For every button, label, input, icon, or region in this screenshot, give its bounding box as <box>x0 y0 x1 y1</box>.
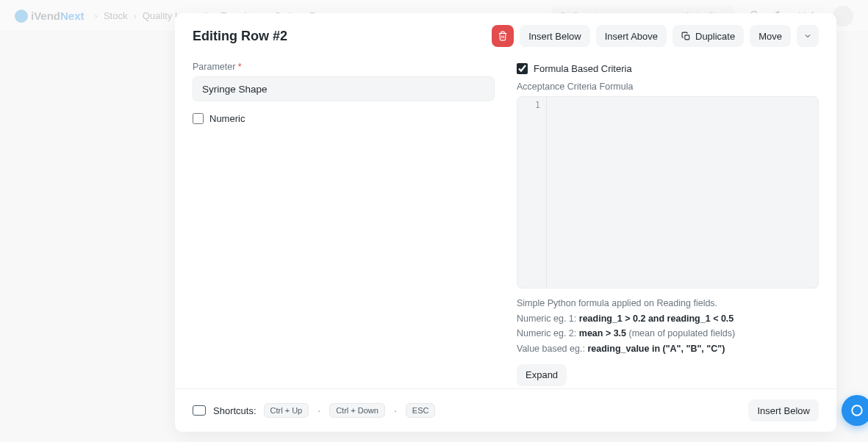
code-line-number: 1 <box>523 100 540 110</box>
modal-body: Parameter * Numeric Formula Based Criter… <box>175 59 836 388</box>
breadcrumb-item[interactable]: Stock <box>104 10 128 21</box>
kbd-ctrl-down: Ctrl + Down <box>329 403 385 418</box>
logo-icon <box>15 10 28 23</box>
help-line-4: Value based eg.: reading_value in ("A", … <box>517 341 819 357</box>
duplicate-button[interactable]: Duplicate <box>672 25 744 47</box>
acceptance-formula-editor[interactable]: 1 <box>517 96 819 289</box>
more-actions-button[interactable] <box>797 25 819 47</box>
chevron-right-icon: › <box>133 10 136 21</box>
insert-below-button[interactable]: Insert Below <box>520 25 590 47</box>
modal-title: Editing Row #2 <box>193 29 486 44</box>
logo-text-1: iVend <box>31 10 60 22</box>
help-line-1: Simple Python formula applied on Reading… <box>517 296 819 311</box>
copy-icon <box>681 32 691 41</box>
edit-row-modal: Editing Row #2 Insert Below Insert Above… <box>175 13 836 432</box>
parameter-input[interactable] <box>193 76 495 101</box>
dot-separator: · <box>392 405 398 416</box>
formula-based-label: Formula Based Criteria <box>534 63 632 74</box>
keyboard-icon <box>193 405 206 416</box>
move-button[interactable]: Move <box>750 25 791 47</box>
footer-insert-below-button[interactable]: Insert Below <box>748 399 819 421</box>
left-column: Parameter * Numeric <box>193 62 495 383</box>
modal-header: Editing Row #2 Insert Below Insert Above… <box>175 13 836 59</box>
svg-rect-2 <box>685 35 689 39</box>
right-column: Formula Based Criteria Acceptance Criter… <box>517 62 819 383</box>
logo-text-2: Next <box>60 10 85 22</box>
numeric-label: Numeric <box>209 113 245 124</box>
dot-separator: · <box>316 405 322 416</box>
trash-icon <box>498 31 508 41</box>
acceptance-formula-label: Acceptance Criteria Formula <box>517 81 819 92</box>
numeric-checkbox-row[interactable]: Numeric <box>193 113 495 124</box>
svg-point-3 <box>852 405 862 416</box>
help-line-3: Numeric eg. 2: mean > 3.5 (mean of popul… <box>517 326 819 341</box>
kbd-esc: ESC <box>406 403 436 418</box>
numeric-checkbox[interactable] <box>193 113 204 124</box>
chat-fab[interactable] <box>842 395 868 426</box>
logo: iVendNext <box>15 10 85 23</box>
chat-icon <box>850 404 864 417</box>
formula-based-checkbox-row[interactable]: Formula Based Criteria <box>517 63 819 74</box>
help-text: Simple Python formula applied on Reading… <box>517 296 819 357</box>
formula-based-checkbox[interactable] <box>517 63 528 74</box>
chevron-right-icon: › <box>95 10 98 21</box>
modal-footer: Shortcuts: Ctrl + Up · Ctrl + Down · ESC… <box>175 388 836 432</box>
code-gutter: 1 <box>517 97 547 288</box>
duplicate-label: Duplicate <box>695 31 735 42</box>
kbd-ctrl-up: Ctrl + Up <box>264 403 309 418</box>
delete-button[interactable] <box>492 25 514 47</box>
expand-button[interactable]: Expand <box>517 364 567 386</box>
code-area[interactable] <box>547 97 818 288</box>
chevron-down-icon <box>803 32 812 40</box>
insert-above-button[interactable]: Insert Above <box>596 25 667 47</box>
parameter-label: Parameter * <box>193 62 495 72</box>
shortcuts-label: Shortcuts: <box>213 405 257 416</box>
help-line-2: Numeric eg. 1: reading_1 > 0.2 and readi… <box>517 311 819 327</box>
